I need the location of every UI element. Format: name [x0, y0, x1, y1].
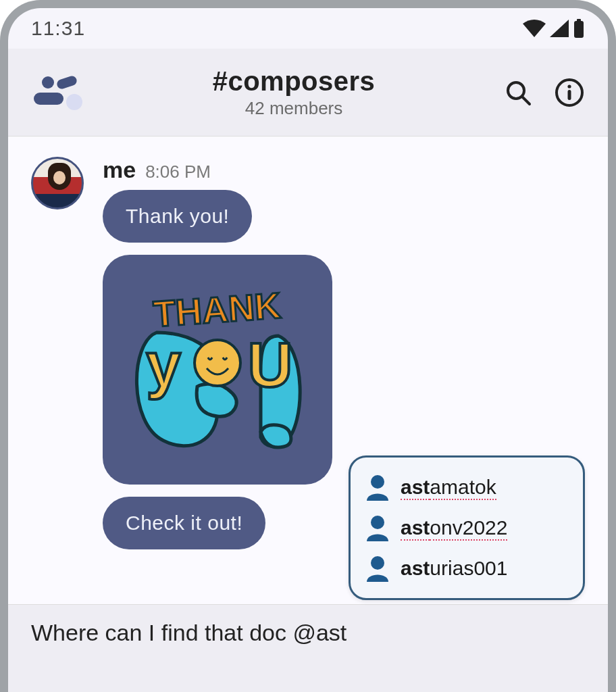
message-bubble[interactable]: Thank you! — [103, 190, 252, 243]
svg-point-11 — [371, 475, 384, 489]
app-logo-icon[interactable] — [31, 72, 85, 113]
svg-rect-1 — [577, 19, 581, 22]
mention-suggestions-popup: astamatok astonv2022 asturias001 — [349, 455, 585, 600]
svg-rect-6 — [568, 90, 571, 100]
mention-username: asturias001 — [401, 557, 507, 580]
status-bar: 11:31 — [8, 8, 608, 49]
mention-username: astonv2022 — [401, 516, 507, 539]
thank-you-sticker-icon: THANK y U — [116, 268, 319, 471]
svg-point-13 — [371, 556, 384, 570]
mention-suggestion[interactable]: astonv2022 — [363, 508, 571, 548]
channel-members: 42 members — [85, 98, 503, 119]
status-time: 11:31 — [31, 17, 85, 40]
composer-bar — [8, 604, 608, 692]
svg-point-5 — [567, 84, 571, 88]
message-author: me — [103, 157, 136, 183]
mention-suggestion[interactable]: astamatok — [363, 467, 571, 508]
svg-text:U: U — [248, 330, 292, 399]
svg-point-12 — [371, 516, 384, 529]
channel-info[interactable]: #composers 42 members — [85, 66, 503, 119]
person-icon — [365, 474, 390, 501]
svg-line-3 — [522, 97, 530, 104]
info-button[interactable] — [554, 77, 585, 108]
message-list[interactable]: me 8:06 PM Thank you! THAN — [8, 137, 608, 604]
avatar[interactable] — [31, 157, 84, 209]
wifi-icon — [523, 20, 546, 37]
battery-icon — [573, 19, 585, 38]
message-timestamp: 8:06 PM — [145, 162, 211, 182]
device-frame: 11:31 #composers 42 members — [0, 0, 616, 692]
status-indicators — [523, 19, 585, 38]
sticker-attachment[interactable]: THANK y U — [103, 255, 332, 485]
person-icon — [365, 555, 390, 582]
cellular-icon — [550, 20, 569, 37]
channel-name: #composers — [85, 66, 503, 97]
search-button[interactable] — [503, 77, 534, 108]
person-icon — [365, 514, 390, 541]
search-icon — [504, 78, 532, 107]
svg-text:y: y — [146, 330, 180, 399]
svg-text:THANK: THANK — [152, 285, 282, 335]
message-input[interactable] — [31, 620, 585, 646]
mention-username: astamatok — [401, 476, 496, 499]
svg-point-9 — [195, 340, 240, 386]
message-bubble[interactable]: Check it out! — [103, 497, 265, 549]
app-bar: #composers 42 members — [8, 49, 608, 137]
mention-suggestion[interactable]: asturias001 — [363, 548, 571, 589]
info-icon — [555, 78, 584, 107]
svg-rect-0 — [574, 21, 584, 38]
